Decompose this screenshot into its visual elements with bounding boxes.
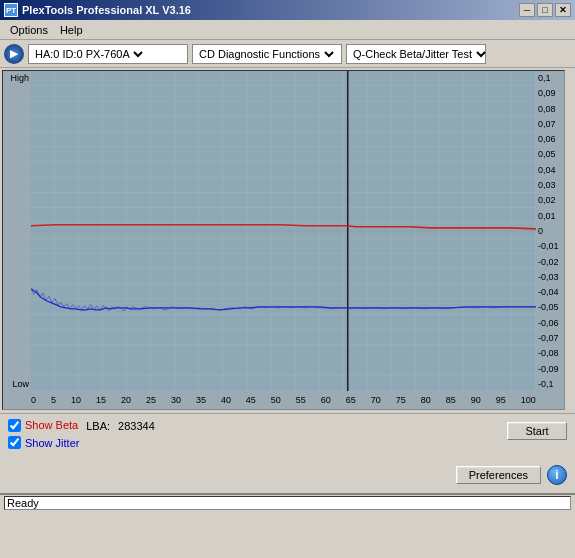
- left-controls: Show Beta LBA: 283344 Show Jitter: [8, 418, 155, 449]
- x-30: 30: [171, 395, 181, 405]
- y-right-5: 0,05: [538, 149, 556, 159]
- info-icon[interactable]: i: [547, 465, 567, 485]
- chart-container: High Low 0,1 0,09 0,08 0,07 0,06 0,05 0,…: [0, 68, 575, 413]
- status-label: Ready: [7, 497, 39, 509]
- chart-plot-area: [31, 71, 536, 391]
- x-90: 90: [471, 395, 481, 405]
- lba-value: 283344: [118, 420, 155, 432]
- x-70: 70: [371, 395, 381, 405]
- test-dropdown[interactable]: Q-Check Beta/Jitter Test: [346, 44, 486, 64]
- title-bar-controls[interactable]: ─ □ ✕: [519, 3, 571, 17]
- lba-label: LBA:: [86, 420, 110, 432]
- menu-options[interactable]: Options: [4, 22, 54, 38]
- title-bar: PT PlexTools Professional XL V3.16 ─ □ ✕: [0, 0, 575, 20]
- y-right-18: -0,08: [538, 348, 559, 358]
- y-right-17: -0,07: [538, 333, 559, 343]
- y-axis-left: High Low: [3, 71, 31, 391]
- maximize-button[interactable]: □: [537, 3, 553, 17]
- show-beta-label[interactable]: Show Beta: [25, 419, 78, 431]
- y-right-4: 0,06: [538, 134, 556, 144]
- x-65: 65: [346, 395, 356, 405]
- x-10: 10: [71, 395, 81, 405]
- x-15: 15: [96, 395, 106, 405]
- x-35: 35: [196, 395, 206, 405]
- bottom-controls: Show Beta LBA: 283344 Show Jitter Start …: [8, 418, 567, 489]
- y-right-10: 0: [538, 226, 543, 236]
- y-right-12: -0,02: [538, 257, 559, 267]
- y-right-8: 0,02: [538, 195, 556, 205]
- app-icon: PT: [4, 3, 18, 17]
- close-button[interactable]: ✕: [555, 3, 571, 17]
- y-right-0: 0,1: [538, 73, 551, 83]
- preferences-button[interactable]: Preferences: [456, 466, 541, 484]
- minimize-button[interactable]: ─: [519, 3, 535, 17]
- y-left-top: High: [10, 73, 29, 83]
- y-right-19: -0,09: [538, 364, 559, 374]
- right-controls: Start Preferences i: [456, 418, 567, 489]
- x-20: 20: [121, 395, 131, 405]
- start-button[interactable]: Start: [507, 422, 567, 440]
- x-45: 45: [246, 395, 256, 405]
- chart-svg: [31, 71, 536, 391]
- menu-bar: Options Help: [0, 20, 575, 40]
- y-right-20: -0,1: [538, 379, 554, 389]
- bottom-panel: Show Beta LBA: 283344 Show Jitter Start …: [0, 413, 575, 493]
- x-85: 85: [446, 395, 456, 405]
- y-left-bottom: Low: [12, 379, 29, 389]
- y-right-11: -0,01: [538, 241, 559, 251]
- x-25: 25: [146, 395, 156, 405]
- x-55: 55: [296, 395, 306, 405]
- show-jitter-checkbox[interactable]: [8, 436, 21, 449]
- show-beta-row: Show Beta: [8, 419, 78, 432]
- x-0: 0: [31, 395, 36, 405]
- status-text: Ready: [4, 496, 571, 510]
- drive-dropdown[interactable]: HA:0 ID:0 PX-760A: [28, 44, 188, 64]
- y-right-2: 0,08: [538, 104, 556, 114]
- x-5: 5: [51, 395, 56, 405]
- y-right-6: 0,04: [538, 165, 556, 175]
- y-right-14: -0,04: [538, 287, 559, 297]
- menu-help[interactable]: Help: [54, 22, 89, 38]
- toolbar-icon: ▶: [4, 44, 24, 64]
- test-select[interactable]: Q-Check Beta/Jitter Test: [349, 47, 489, 61]
- y-right-1: 0,09: [538, 88, 556, 98]
- status-bar: Ready: [0, 493, 575, 511]
- show-jitter-row: Show Jitter: [8, 436, 155, 449]
- show-beta-checkbox[interactable]: [8, 419, 21, 432]
- function-select[interactable]: CD Diagnostic Functions: [195, 47, 337, 61]
- toolbar: ▶ HA:0 ID:0 PX-760A CD Diagnostic Functi…: [0, 40, 575, 68]
- x-75: 75: [396, 395, 406, 405]
- chart: High Low 0,1 0,09 0,08 0,07 0,06 0,05 0,…: [2, 70, 565, 410]
- bottom-row: Preferences i: [456, 465, 567, 485]
- y-right-16: -0,06: [538, 318, 559, 328]
- y-axis-right: 0,1 0,09 0,08 0,07 0,06 0,05 0,04 0,03 0…: [536, 71, 564, 391]
- title-bar-left: PT PlexTools Professional XL V3.16: [4, 3, 191, 17]
- x-40: 40: [221, 395, 231, 405]
- x-80: 80: [421, 395, 431, 405]
- y-right-13: -0,03: [538, 272, 559, 282]
- y-right-3: 0,07: [538, 119, 556, 129]
- x-50: 50: [271, 395, 281, 405]
- function-dropdown[interactable]: CD Diagnostic Functions: [192, 44, 342, 64]
- drive-select[interactable]: HA:0 ID:0 PX-760A: [31, 47, 146, 61]
- y-right-7: 0,03: [538, 180, 556, 190]
- show-jitter-label[interactable]: Show Jitter: [25, 437, 79, 449]
- x-axis: 0 5 10 15 20 25 30 35 40 45 50 55 60 65 …: [31, 391, 536, 409]
- lba-section: LBA: 283344: [86, 420, 155, 432]
- y-right-9: 0,01: [538, 211, 556, 221]
- x-95: 95: [496, 395, 506, 405]
- y-right-15: -0,05: [538, 302, 559, 312]
- x-60: 60: [321, 395, 331, 405]
- x-100: 100: [521, 395, 536, 405]
- window-title: PlexTools Professional XL V3.16: [22, 4, 191, 16]
